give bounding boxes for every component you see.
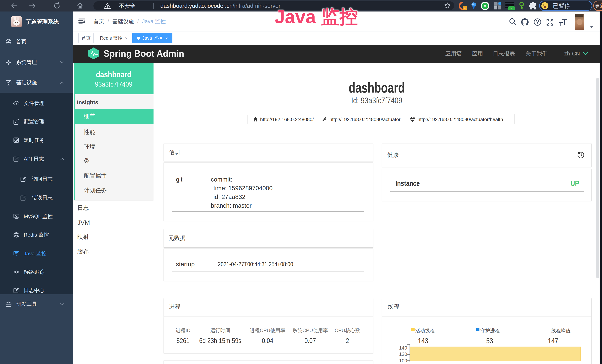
svg-text:V: V <box>484 4 486 8</box>
svg-text:on: on <box>510 7 513 10</box>
svg-text:1: 1 <box>464 6 466 10</box>
